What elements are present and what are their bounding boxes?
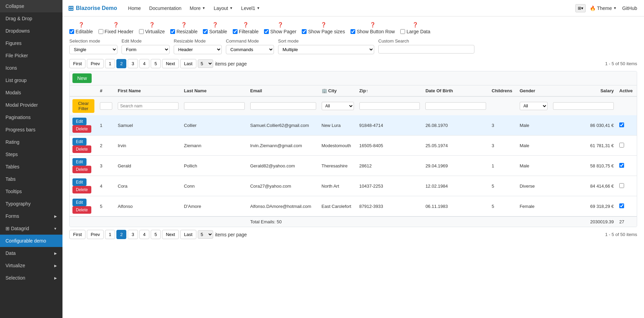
col-first-name[interactable]: First Name (115, 85, 181, 97)
top-page-5[interactable]: 5 (151, 59, 161, 68)
nav-more[interactable]: More ▼ (188, 4, 207, 12)
top-first-btn[interactable]: First (69, 59, 85, 68)
virtualize-help-icon[interactable]: ❓ (149, 22, 155, 27)
active-checkbox[interactable] (619, 122, 624, 127)
sidebar-item-configurable-demo[interactable]: Configurable demo (0, 235, 62, 247)
col-city[interactable]: 🏢 City (319, 85, 357, 97)
new-record-button[interactable]: New (72, 73, 92, 83)
nav-github[interactable]: GitHub (621, 4, 639, 12)
filter-zip-input[interactable] (359, 102, 420, 110)
edit-button[interactable]: Edit (72, 118, 87, 125)
nav-home[interactable]: Home (127, 4, 142, 12)
custom-search-input[interactable] (378, 45, 474, 54)
theme-dropdown[interactable]: 🔥 Theme ▼ (588, 4, 618, 12)
filter-salary-input[interactable] (553, 102, 614, 110)
fixed-header-label[interactable]: Fixed Header (105, 29, 134, 34)
nav-level1[interactable]: Level1 ▼ (240, 4, 261, 12)
top-next-btn[interactable]: Next (162, 59, 179, 68)
sidebar-item-tabs[interactable]: Tabs (0, 173, 62, 185)
bottom-next-btn[interactable]: Next (162, 230, 179, 239)
clear-filter-button[interactable]: Clear Filter (72, 99, 94, 113)
col-gender[interactable]: Gender (517, 85, 551, 97)
filter-last-name-input[interactable] (184, 102, 245, 110)
sidebar-item-progress-bars[interactable]: Progress bars (0, 123, 62, 136)
sidebar-item-virtualize[interactable]: Virtualize ▶ (0, 259, 62, 272)
col-salary[interactable]: Salary (550, 85, 617, 97)
show-pager-help-icon[interactable]: ❓ (277, 22, 283, 27)
sidebar-item-selection[interactable]: Selection ▶ (0, 272, 62, 284)
resizable-help-icon[interactable]: ❓ (181, 22, 187, 27)
top-page-1[interactable]: 1 (105, 59, 115, 68)
sidebar-item-tooltips[interactable]: Tooltips (0, 185, 62, 198)
active-checkbox[interactable] (619, 203, 624, 208)
bottom-first-btn[interactable]: First (69, 230, 85, 239)
top-page-4[interactable]: 4 (139, 59, 149, 68)
navbar-brand[interactable]: ⊞ Blazorise Demo (68, 4, 117, 12)
editable-checkbox[interactable] (69, 29, 74, 34)
nav-layout[interactable]: Layout ▼ (212, 4, 234, 12)
col-email[interactable]: Email (248, 85, 319, 97)
edit-button[interactable]: Edit (72, 138, 87, 145)
sidebar-item-collapse[interactable]: Collapse (0, 0, 62, 12)
top-last-btn[interactable]: Last (180, 59, 196, 68)
sidebar-item-file-picker[interactable]: File Picker (0, 49, 62, 62)
active-checkbox[interactable] (619, 163, 624, 168)
delete-button[interactable]: Delete (72, 186, 91, 193)
filter-gender-select[interactable]: All Male Female Diverse (520, 102, 548, 110)
sidebar-item-modal-provider[interactable]: Modal Provider (0, 99, 62, 111)
bottom-page-4[interactable]: 4 (139, 230, 149, 239)
bottom-per-page-select[interactable]: 5 10 25 50 (198, 230, 213, 239)
large-data-checkbox[interactable] (400, 29, 405, 34)
resizable-checkbox[interactable] (170, 29, 175, 34)
delete-button[interactable]: Delete (72, 206, 91, 214)
show-page-sizes-label[interactable]: Show Page sizes (308, 29, 345, 34)
col-childrens[interactable]: Childrens (489, 85, 517, 97)
sidebar-item-dropdowns[interactable]: Dropdowns (0, 25, 62, 37)
grid-icon-button[interactable]: ⊞▾ (575, 4, 586, 12)
editable-label[interactable]: Editable (76, 29, 93, 34)
filterable-help-icon[interactable]: ❓ (243, 22, 249, 27)
show-page-sizes-help-icon[interactable]: ❓ (321, 22, 326, 27)
sidebar-item-drag-drop[interactable]: Drag & Drop (0, 12, 62, 25)
sidebar-item-paginations[interactable]: Paginations (0, 111, 62, 123)
editable-help-icon[interactable]: ❓ (78, 22, 84, 27)
sidebar-item-list-group[interactable]: List group (0, 74, 62, 86)
col-zip[interactable]: Zip↑ (357, 85, 423, 97)
top-page-2[interactable]: 2 (116, 59, 126, 68)
col-dob[interactable]: Date Of Birth (423, 85, 489, 97)
fixed-header-help-icon[interactable]: ❓ (113, 22, 119, 27)
sidebar-item-figures[interactable]: Figures (0, 37, 62, 49)
sidebar-item-icons[interactable]: Icons (0, 62, 62, 74)
virtualize-label[interactable]: Virtualize (145, 29, 165, 34)
fixed-header-checkbox[interactable] (99, 29, 103, 34)
show-pager-checkbox[interactable] (264, 29, 269, 34)
bottom-page-5[interactable]: 5 (151, 230, 161, 239)
active-checkbox[interactable] (619, 143, 624, 148)
filterable-label[interactable]: Filterable (239, 29, 259, 34)
sidebar-item-modals[interactable]: Modals (0, 86, 62, 99)
sidebar-item-forms[interactable]: Forms ▶ (0, 210, 62, 222)
sidebar-item-tables[interactable]: Tables (0, 161, 62, 173)
filter-first-name-input[interactable] (118, 102, 179, 110)
top-page-3[interactable]: 3 (128, 59, 138, 68)
selection-mode-select[interactable]: Single Multiple None (69, 45, 117, 54)
sidebar-item-typography[interactable]: Typography (0, 198, 62, 210)
delete-button[interactable]: Delete (72, 166, 91, 173)
col-active[interactable]: Active (617, 85, 637, 97)
filterable-checkbox[interactable] (233, 29, 238, 34)
sidebar-item-steps[interactable]: Steps (0, 148, 62, 161)
show-button-row-help-icon[interactable]: ❓ (370, 22, 376, 27)
sidebar-item-data[interactable]: Data ▶ (0, 247, 62, 259)
large-data-help-icon[interactable]: ❓ (412, 22, 418, 27)
bottom-prev-btn[interactable]: Prev (87, 230, 104, 239)
bottom-page-3[interactable]: 3 (128, 230, 138, 239)
large-data-label[interactable]: Large Data (406, 29, 430, 34)
top-prev-btn[interactable]: Prev (87, 59, 104, 68)
filter-num-input[interactable] (100, 102, 112, 110)
sortable-help-icon[interactable]: ❓ (212, 22, 218, 27)
sort-mode-select[interactable]: Single Multiple (278, 45, 374, 54)
delete-button[interactable]: Delete (72, 125, 91, 133)
sortable-label[interactable]: Sortable (209, 29, 227, 34)
command-mode-select[interactable]: Commands Dropdown (226, 45, 274, 54)
show-pager-label[interactable]: Show Pager (270, 29, 296, 34)
